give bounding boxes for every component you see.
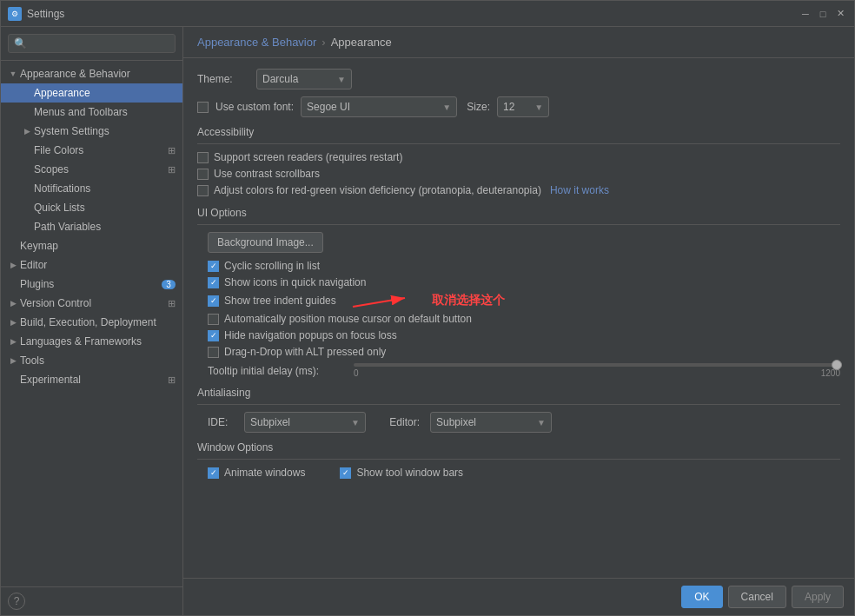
bg-image-container: Background Image...: [208, 232, 840, 253]
editor-dropdown-arrow-icon: ▼: [537, 418, 546, 427]
color-deficiency-label: Adjust colors for red-green vision defic…: [214, 184, 541, 196]
plugins-badge: 3: [162, 280, 176, 289]
ide-dropdown[interactable]: Subpixel ▼: [244, 412, 366, 433]
auto-position-checkbox[interactable]: [208, 314, 219, 325]
sidebar-item-appearance-behavior[interactable]: ▼ Appearance & Behavior: [1, 64, 182, 83]
expand-arrow: [22, 145, 32, 156]
slider-thumb[interactable]: [832, 360, 842, 370]
contrast-scrollbars-label: Use contrast scrollbars: [214, 168, 320, 180]
custom-font-checkbox[interactable]: [197, 102, 209, 113]
color-deficiency-checkbox[interactable]: [197, 185, 209, 196]
expand-arrow: [22, 183, 32, 194]
sidebar-item-keymap[interactable]: Keymap: [1, 236, 182, 255]
sidebar-item-path-variables[interactable]: Path Variables: [1, 217, 182, 236]
sidebar-footer: ?: [1, 586, 182, 615]
theme-dropdown[interactable]: Darcula ▼: [256, 69, 352, 89]
screen-readers-label: Support screen readers (requires restart…: [214, 151, 402, 163]
how-it-works-link[interactable]: How it works: [550, 184, 609, 196]
sidebar-item-label: Experimental: [20, 374, 81, 386]
file-colors-icon: ⊞: [168, 145, 176, 156]
sidebar-item-label: Build, Execution, Deployment: [20, 316, 156, 328]
window-options-row: Animate windows Show tool window bars: [197, 467, 840, 479]
font-dropdown-arrow-icon: ▼: [442, 103, 451, 112]
sidebar-item-version-control[interactable]: ▶ Version Control ⊞: [1, 294, 182, 313]
sidebar-item-build-execution[interactable]: ▶ Build, Execution, Deployment: [1, 313, 182, 332]
maximize-button[interactable]: □: [816, 7, 830, 21]
minimize-button[interactable]: ─: [799, 7, 812, 21]
tree-indent-checkbox[interactable]: [208, 295, 219, 307]
sidebar-item-label: Languages & Frameworks: [20, 335, 142, 348]
sidebar-item-notifications[interactable]: Notifications: [1, 179, 182, 198]
expand-arrow: [22, 107, 32, 117]
sidebar-item-plugins[interactable]: Plugins 3: [1, 275, 182, 294]
screen-readers-checkbox[interactable]: [197, 152, 209, 163]
theme-label: Theme:: [197, 73, 249, 85]
show-icons-checkbox[interactable]: [208, 277, 219, 288]
expand-arrow: ▶: [8, 317, 18, 328]
sidebar-item-label: Version Control: [20, 297, 91, 309]
drag-drop-row: Drag-n-Drop with ALT pressed only: [208, 346, 840, 358]
window-options-section-label: Window Options: [197, 441, 840, 454]
breadcrumb-current: Appearance: [331, 36, 392, 49]
accessibility-section-label: Accessibility: [197, 126, 840, 138]
ui-options-content: Background Image... Cyclic scrolling in …: [197, 232, 840, 378]
sidebar-item-quick-lists[interactable]: Quick Lists: [1, 198, 182, 217]
custom-font-row: Use custom font: Segoe UI ▼ Size: 12 ▼: [197, 96, 840, 117]
slider-track[interactable]: [354, 363, 840, 367]
red-arrow-svg: [348, 294, 418, 320]
expand-arrow: [22, 202, 32, 213]
expand-arrow: [22, 164, 32, 175]
cyclic-scrolling-checkbox[interactable]: [208, 261, 219, 272]
bottom-bar: OK Cancel Apply: [183, 578, 854, 615]
screen-readers-row: Support screen readers (requires restart…: [197, 151, 840, 163]
background-image-button[interactable]: Background Image...: [208, 232, 323, 253]
close-button[interactable]: ✕: [833, 7, 847, 21]
hide-popups-row: Hide navigation popups on focus loss: [208, 329, 840, 341]
window-icon: ⚙: [8, 7, 22, 21]
sidebar-item-system-settings[interactable]: ▶ System Settings: [1, 122, 182, 141]
sidebar-item-label: Tools: [20, 354, 44, 367]
help-button[interactable]: ?: [8, 593, 25, 610]
sidebar-item-experimental[interactable]: Experimental ⊞: [1, 370, 182, 389]
drag-drop-checkbox[interactable]: [208, 347, 219, 358]
show-tool-window-bars-checkbox[interactable]: [340, 467, 351, 479]
theme-row: Theme: Darcula ▼: [197, 69, 840, 89]
svg-line-1: [353, 298, 405, 307]
ide-value: Subpixel: [250, 416, 290, 428]
size-label: Size:: [464, 101, 490, 113]
hide-popups-checkbox[interactable]: [208, 330, 219, 341]
sidebar-item-menus-toolbars[interactable]: Menus and Toolbars: [1, 103, 182, 122]
tooltip-slider-row: Tooltip initial delay (ms): 0 1200: [208, 363, 840, 378]
scopes-icon: ⊞: [168, 164, 176, 176]
apply-button[interactable]: Apply: [792, 586, 844, 608]
show-icons-label: Show icons in quick navigation: [224, 276, 366, 288]
animate-windows-checkbox[interactable]: [208, 467, 219, 479]
animate-windows-group: Animate windows: [208, 467, 305, 479]
editor-label: Editor:: [376, 416, 420, 428]
sidebar-item-label: Notifications: [34, 182, 90, 195]
contrast-scrollbars-checkbox[interactable]: [197, 169, 209, 180]
size-dropdown[interactable]: 12 ▼: [497, 96, 549, 117]
font-dropdown[interactable]: Segoe UI ▼: [301, 96, 457, 117]
theme-value: Darcula: [262, 73, 298, 85]
sidebar-item-file-colors[interactable]: File Colors ⊞: [1, 141, 182, 160]
panel-header: Appearance & Behavior › Appearance: [183, 27, 854, 58]
ok-button[interactable]: OK: [681, 586, 722, 608]
sidebar-tree: ▼ Appearance & Behavior Appearance Menus…: [1, 61, 182, 586]
expand-arrow: ▼: [8, 69, 18, 79]
editor-dropdown[interactable]: Subpixel ▼: [430, 412, 552, 433]
tooltip-label: Tooltip initial delay (ms):: [208, 365, 347, 377]
sidebar-item-editor[interactable]: ▶ Editor: [1, 255, 182, 275]
sidebar-item-scopes[interactable]: Scopes ⊞: [1, 160, 182, 179]
expand-arrow: ▶: [22, 126, 32, 136]
cancel-button[interactable]: Cancel: [728, 586, 786, 608]
sidebar-item-label: Plugins: [20, 278, 54, 290]
custom-font-label: Use custom font:: [215, 101, 294, 113]
search-input[interactable]: [8, 34, 176, 53]
sidebar-item-appearance[interactable]: Appearance: [1, 83, 182, 103]
search-container: [1, 27, 182, 61]
auto-position-row: Automatically position mouse cursor on d…: [208, 313, 840, 325]
expand-arrow: [8, 374, 18, 385]
sidebar-item-tools[interactable]: ▶ Tools: [1, 351, 182, 370]
sidebar-item-languages[interactable]: ▶ Languages & Frameworks: [1, 332, 182, 351]
